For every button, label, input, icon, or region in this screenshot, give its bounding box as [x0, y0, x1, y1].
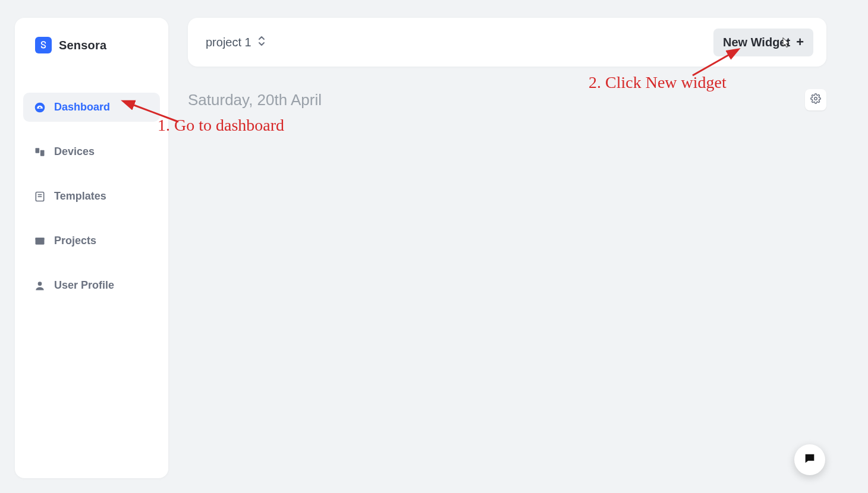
brand-logo-icon — [35, 37, 52, 53]
svg-rect-8 — [36, 238, 45, 239]
devices-icon — [34, 146, 46, 158]
sidebar-item-user-profile[interactable]: User Profile — [23, 271, 160, 300]
templates-icon — [34, 191, 46, 203]
projects-icon — [34, 235, 46, 247]
sidebar: Sensora Dashboard Devices Templates — [15, 18, 168, 478]
header-bar: project 1 New Widget + — [188, 18, 826, 67]
annotation-step1: 1. Go to dashboard — [158, 116, 284, 135]
chevron-up-down-icon — [257, 36, 266, 49]
sidebar-item-label: Projects — [54, 235, 96, 247]
sidebar-item-dashboard[interactable]: Dashboard — [23, 93, 160, 122]
app-canvas: Sensora Dashboard Devices Templates — [0, 0, 868, 493]
sidebar-item-label: Templates — [54, 190, 106, 203]
sidebar-item-templates[interactable]: Templates — [23, 182, 160, 211]
settings-button[interactable] — [805, 89, 826, 110]
gear-icon — [810, 93, 821, 106]
sidebar-item-label: Devices — [54, 146, 95, 158]
brand: Sensora — [15, 18, 168, 71]
date-row: Saturday, 20th April — [188, 89, 826, 110]
dashboard-icon — [34, 102, 46, 113]
brand-name: Sensora — [59, 39, 106, 52]
date-text: Saturday, 20th April — [188, 91, 322, 109]
new-widget-label: New Widget — [723, 36, 790, 49]
sidebar-item-label: User Profile — [54, 279, 114, 292]
plus-icon: + — [796, 36, 804, 49]
user-icon — [34, 280, 46, 292]
sidebar-item-projects[interactable]: Projects — [23, 226, 160, 255]
chat-icon — [803, 452, 816, 467]
sidebar-item-label: Dashboard — [54, 101, 110, 113]
new-widget-button[interactable]: New Widget + — [713, 29, 813, 56]
svg-rect-3 — [40, 150, 45, 156]
svg-point-9 — [38, 282, 42, 286]
svg-point-1 — [39, 106, 41, 108]
sidebar-item-devices[interactable]: Devices — [23, 137, 160, 166]
chat-button[interactable] — [794, 444, 825, 475]
project-selector[interactable]: project 1 — [206, 36, 266, 49]
project-selector-label: project 1 — [206, 36, 251, 49]
svg-rect-2 — [36, 148, 40, 153]
annotation-step2: 2. Click New widget — [589, 73, 727, 92]
svg-point-10 — [814, 97, 817, 100]
sidebar-nav: Dashboard Devices Templates Projects — [15, 71, 168, 300]
